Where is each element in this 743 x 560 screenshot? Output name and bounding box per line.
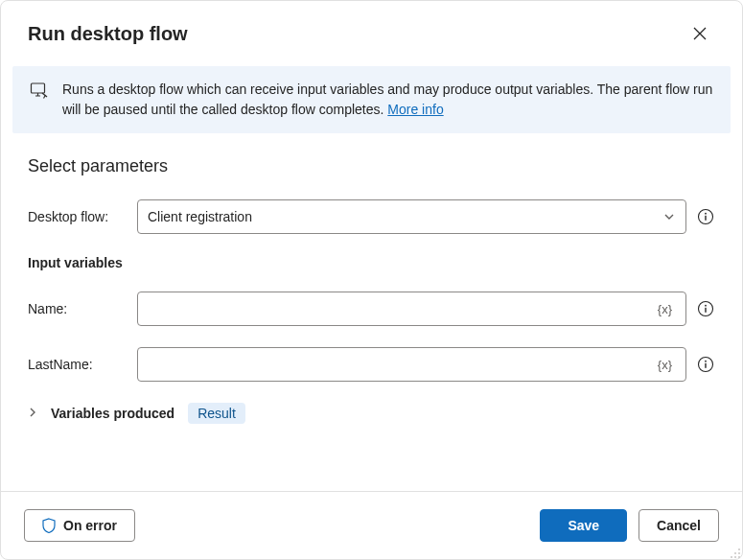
name-input[interactable] xyxy=(148,292,654,325)
close-icon xyxy=(693,27,707,40)
name-info-button[interactable] xyxy=(696,299,715,318)
svg-point-14 xyxy=(734,556,736,558)
info-banner: Runs a desktop flow which can receive in… xyxy=(12,66,731,133)
svg-rect-0 xyxy=(32,83,45,93)
svg-point-13 xyxy=(731,556,732,558)
cancel-label: Cancel xyxy=(657,518,701,533)
variables-produced-badge[interactable]: Result xyxy=(188,403,245,424)
close-button[interactable] xyxy=(685,18,715,49)
dialog-content: Select parameters Desktop flow: Client r… xyxy=(1,133,742,491)
more-info-link[interactable]: More info xyxy=(387,102,443,117)
svg-point-10 xyxy=(738,548,740,550)
on-error-button[interactable]: On error xyxy=(24,509,135,542)
input-variables-heading: Input variables xyxy=(28,255,715,270)
dialog-footer: On error Save Cancel xyxy=(1,491,742,559)
desktop-flow-icon xyxy=(30,81,49,100)
on-error-label: On error xyxy=(63,518,117,533)
lastname-field[interactable]: {x} xyxy=(137,347,686,382)
lastname-info-button[interactable] xyxy=(696,355,715,374)
desktop-flow-value: Client registration xyxy=(148,209,662,224)
dialog-title: Run desktop flow xyxy=(28,23,188,45)
lastname-row: LastName: {x} xyxy=(28,347,715,382)
variables-produced-toggle[interactable]: Variables produced Result xyxy=(28,403,715,424)
info-icon xyxy=(697,356,714,373)
desktop-flow-label: Desktop flow: xyxy=(28,209,128,224)
svg-rect-6 xyxy=(705,308,706,313)
svg-point-2 xyxy=(705,213,707,215)
desktop-flow-row: Desktop flow: Client registration xyxy=(28,199,715,234)
info-banner-text: Runs a desktop flow which can receive in… xyxy=(62,80,713,120)
chevron-down-icon xyxy=(662,210,676,223)
save-button[interactable]: Save xyxy=(540,509,627,542)
cancel-button[interactable]: Cancel xyxy=(639,509,719,542)
dialog-header: Run desktop flow xyxy=(1,1,742,58)
name-label: Name: xyxy=(28,301,128,316)
run-desktop-flow-dialog: Run desktop flow Runs a desktop flow whi… xyxy=(0,0,743,560)
svg-point-12 xyxy=(738,552,740,554)
shield-icon xyxy=(42,518,56,533)
svg-point-11 xyxy=(734,552,736,554)
variable-token-button[interactable]: {x} xyxy=(654,302,676,316)
info-icon xyxy=(697,208,714,225)
desktop-flow-info-button[interactable] xyxy=(696,207,715,226)
svg-point-15 xyxy=(738,556,740,558)
svg-rect-9 xyxy=(705,363,706,368)
svg-point-8 xyxy=(705,361,707,362)
desktop-flow-select[interactable]: Client registration xyxy=(137,199,686,234)
name-row: Name: {x} xyxy=(28,292,715,326)
save-label: Save xyxy=(568,518,599,533)
svg-point-5 xyxy=(705,305,707,307)
svg-rect-3 xyxy=(705,216,706,221)
name-field[interactable]: {x} xyxy=(137,292,686,326)
select-parameters-heading: Select parameters xyxy=(28,156,715,176)
variable-token-button[interactable]: {x} xyxy=(654,358,676,372)
variables-produced-label: Variables produced xyxy=(51,406,174,421)
info-icon xyxy=(697,300,714,317)
chevron-right-icon xyxy=(28,407,37,420)
lastname-label: LastName: xyxy=(28,357,128,372)
resize-grip[interactable] xyxy=(730,547,741,558)
lastname-input[interactable] xyxy=(148,348,654,381)
